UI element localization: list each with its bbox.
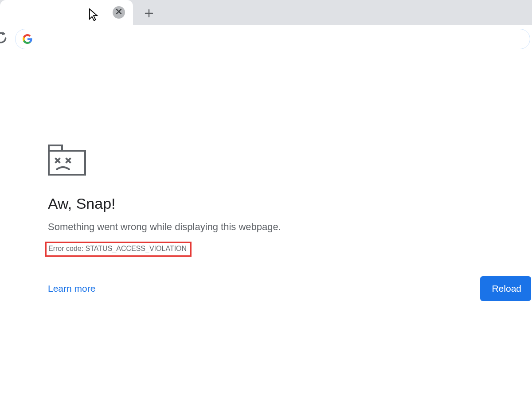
- reload-button[interactable]: Reload: [480, 276, 531, 301]
- tab-strip: [0, 0, 532, 25]
- error-code-highlight: Error code: STATUS_ACCESS_VIOLATION: [45, 242, 192, 257]
- close-tab-button[interactable]: [113, 6, 125, 19]
- dead-folder-icon: [47, 143, 518, 180]
- new-tab-button[interactable]: [138, 4, 160, 25]
- active-tab[interactable]: [0, 0, 133, 25]
- error-page-content: Aw, Snap! Something went wrong while dis…: [48, 143, 518, 301]
- error-heading: Aw, Snap!: [48, 195, 518, 212]
- google-icon: [23, 34, 32, 44]
- address-bar[interactable]: [15, 29, 530, 49]
- plus-icon: [144, 8, 154, 20]
- reload-icon: [0, 31, 8, 47]
- error-code: Error code: STATUS_ACCESS_VIOLATION: [48, 245, 187, 253]
- url-input[interactable]: [37, 35, 523, 43]
- close-icon: [116, 8, 122, 16]
- svg-rect-2: [49, 145, 62, 151]
- learn-more-link[interactable]: Learn more: [48, 283, 95, 294]
- error-subtext: Something went wrong while displaying th…: [48, 221, 518, 233]
- reload-toolbar-button[interactable]: [0, 31, 12, 47]
- toolbar: [0, 25, 532, 53]
- error-actions: Learn more Reload: [48, 276, 519, 301]
